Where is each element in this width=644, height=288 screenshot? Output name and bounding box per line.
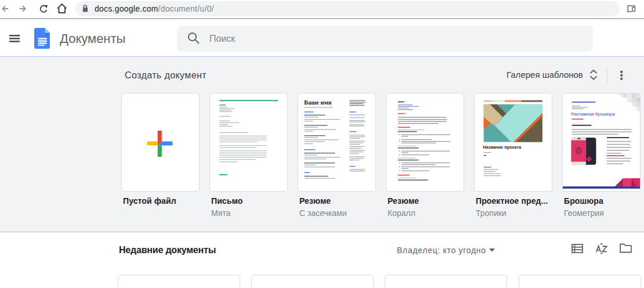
svg-text:Ваше имя: Ваше имя bbox=[304, 99, 332, 106]
svg-text:Название проекта: Название проекта bbox=[483, 145, 522, 150]
svg-text:Рекламная брошюра: Рекламная брошюра bbox=[571, 111, 616, 117]
